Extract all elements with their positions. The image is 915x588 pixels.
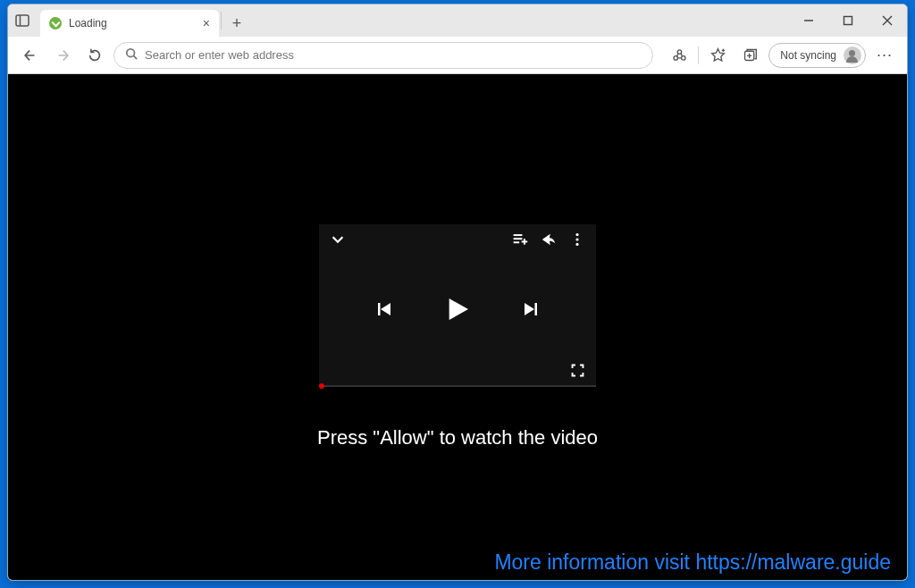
svg-marker-33 [525, 303, 534, 315]
add-to-playlist-button[interactable] [512, 231, 528, 251]
tracking-button[interactable] [666, 42, 693, 69]
more-button[interactable]: ··· [871, 42, 898, 69]
svg-point-8 [127, 49, 135, 57]
forward-button[interactable] [49, 42, 76, 69]
collections-button[interactable] [736, 42, 763, 69]
tab-title: Loading [69, 17, 107, 29]
window-controls [789, 4, 907, 37]
fullscreen-button[interactable] [570, 363, 585, 382]
profile-button[interactable]: Not syncing [768, 43, 866, 68]
skip-next-icon [522, 300, 540, 318]
tab-actions-icon [15, 13, 29, 28]
avatar-icon [844, 46, 861, 64]
player-controls [319, 258, 596, 363]
chevron-down-icon [330, 231, 346, 248]
allow-message: Press "Allow" to watch the video [317, 426, 598, 449]
maximize-icon [843, 15, 853, 26]
tab-bar: Loading × + [8, 4, 907, 37]
close-window-button[interactable] [868, 4, 907, 37]
svg-point-10 [677, 50, 681, 54]
refresh-button[interactable] [81, 42, 108, 69]
page-content: Press "Allow" to watch the video More in… [8, 74, 907, 580]
refresh-icon [87, 47, 103, 63]
divider [221, 12, 222, 29]
next-button[interactable] [522, 300, 540, 322]
video-player [319, 224, 596, 387]
separator [698, 46, 699, 64]
svg-marker-32 [449, 298, 468, 320]
share-icon [541, 231, 557, 248]
play-icon [443, 295, 472, 323]
minimize-icon [803, 15, 814, 26]
svg-rect-34 [535, 303, 538, 315]
collapse-button[interactable] [330, 231, 346, 251]
svg-marker-31 [381, 303, 390, 315]
player-bottom-bar [319, 363, 596, 385]
profile-label: Not syncing [780, 49, 836, 62]
player-top-bar [319, 224, 596, 258]
star-icon [710, 47, 726, 63]
minimize-button[interactable] [789, 4, 828, 37]
skip-previous-icon [375, 300, 393, 318]
svg-line-9 [134, 56, 138, 60]
search-icon [125, 47, 138, 63]
close-icon [882, 15, 893, 26]
more-icon: ··· [877, 46, 893, 64]
tracking-icon [672, 47, 687, 63]
back-button[interactable] [17, 42, 44, 69]
svg-rect-30 [378, 303, 381, 315]
toolbar-right: Not syncing ··· [666, 42, 898, 69]
maximize-button[interactable] [828, 4, 868, 37]
progress-bar[interactable] [319, 385, 596, 387]
new-tab-button[interactable]: + [223, 10, 250, 37]
fullscreen-icon [570, 363, 585, 378]
tab-actions-button[interactable] [8, 4, 37, 37]
play-button[interactable] [443, 295, 472, 327]
address-placeholder: Search or enter web address [145, 48, 294, 62]
arrow-right-icon [55, 47, 71, 63]
toolbar: Search or enter web address Not syncing … [8, 37, 907, 74]
svg-rect-0 [16, 15, 29, 26]
svg-line-14 [681, 54, 683, 56]
previous-button[interactable] [375, 300, 393, 322]
svg-rect-3 [844, 17, 852, 25]
more-vertical-icon [569, 231, 585, 248]
svg-point-27 [575, 233, 578, 236]
browser-window: Loading × + [7, 4, 908, 581]
favorites-button[interactable] [704, 42, 731, 69]
svg-point-29 [575, 243, 578, 246]
address-bar[interactable]: Search or enter web address [113, 42, 653, 69]
favicon-icon [49, 17, 62, 29]
arrow-left-icon [22, 47, 38, 63]
share-button[interactable] [541, 231, 557, 251]
svg-line-13 [676, 54, 678, 56]
close-tab-button[interactable]: × [203, 16, 210, 30]
player-more-button[interactable] [569, 231, 585, 251]
browser-tab[interactable]: Loading × [40, 10, 219, 37]
collections-icon [743, 47, 758, 63]
footer-info-link[interactable]: More information visit https://malware.g… [494, 550, 891, 575]
svg-point-28 [575, 238, 578, 240]
playlist-add-icon [512, 231, 528, 248]
